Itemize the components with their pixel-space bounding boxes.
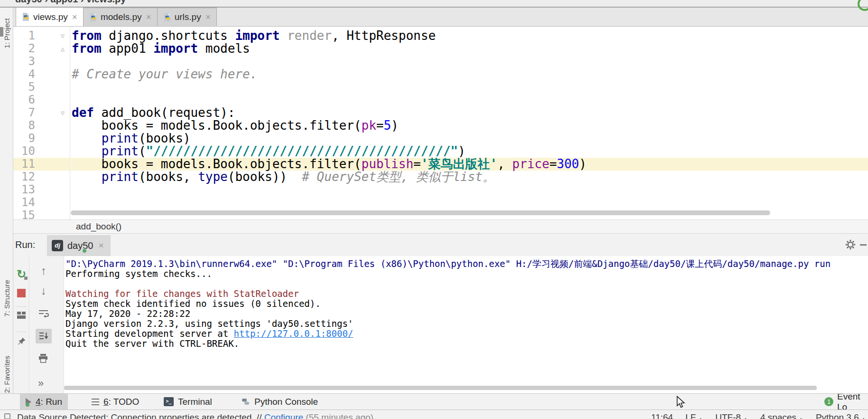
down-stack-icon[interactable]: ↓ [36,285,52,296]
status-message[interactable]: Data Source Detected: Connection propert… [17,412,373,419]
editor-hscrollbar[interactable] [71,210,770,215]
line-number: 8 [13,119,35,132]
restore-layout-icon[interactable] [17,312,26,319]
rerun-icon[interactable]: ↻ [16,268,27,280]
sidebar-item-favorites[interactable]: 2: Favorites [3,356,11,393]
console-hscrollbar[interactable] [64,386,817,390]
sidebar-item-project[interactable]: 1: Project [3,18,11,48]
line-number: 10 [13,145,35,158]
code-line[interactable]: books = models.Book.objects.filter(pk=5) [71,119,868,132]
editor-tab-bar: views.py × models.py × urls.py × [13,8,868,27]
mouse-cursor [676,396,686,410]
close-icon[interactable]: × [146,12,151,22]
pin-icon[interactable] [17,337,26,346]
toolwindow-terminal-button[interactable]: >_ Terminal [158,394,218,409]
editor-breadcrumb-bar: add_book() [13,219,868,234]
python-file-icon [22,13,30,21]
toolwindow-label: 4: Run [36,397,62,407]
fold-icon[interactable]: ▿ [61,106,65,119]
gutter-line: 12 [13,171,70,183]
code-line[interactable]: from app01 import models [71,42,868,55]
console-line: May 17, 2020 - 22:28:22 [65,309,868,319]
console-line: Starting development server at http://12… [65,329,868,339]
code-line[interactable] [71,81,868,94]
code-line[interactable]: def add_book(request): [71,106,868,119]
stop-icon[interactable] [17,289,26,297]
tab-views-py[interactable]: views.py × [16,7,84,26]
run-toolbar-console: ↑ ↓ » [29,256,64,393]
gutter-line: 10 [13,145,70,158]
tab-models-py[interactable]: models.py × [83,8,158,26]
more-icon[interactable]: » [38,377,44,390]
editor-gutter: 1▿2▵34567▿89101112131415 [13,27,70,219]
gutter-line: 5 [13,81,70,94]
breadcrumb-text[interactable]: day50 › app01 › views.py [15,0,126,5]
code-line[interactable]: print(books, type(books)) # QuerySet类型, … [71,171,868,183]
sidebar-item-structure[interactable]: 7: Structure [3,280,11,317]
console-line: Performing system checks... [65,269,868,279]
tab-label: views.py [33,12,68,22]
left-toolwindow-stripe: 1: Project 7: Structure 2: Favorites [0,8,13,393]
breadcrumb: day50 › app01 › views.py [0,0,868,8]
indent-widget[interactable]: 4 spaces▲ [760,412,803,419]
run-icon [26,398,31,406]
line-number: 5 [13,81,35,94]
line-number: 3 [13,55,35,68]
caret-up-icon: ▲ [861,416,866,419]
run-tab-day50[interactable]: dj day50 × [47,235,111,256]
code-line[interactable] [71,55,868,68]
scroll-to-end-icon[interactable] [39,332,48,340]
close-icon[interactable]: × [99,240,104,251]
console-link[interactable]: http://127.0.0.1:8000/ [234,328,354,339]
code-line[interactable]: books = models.Book.objects.filter(publi… [71,158,868,171]
code-line[interactable]: print("/////////////////////////////////… [71,145,868,158]
gear-icon[interactable] [845,239,856,252]
code-editor[interactable]: 1▿2▵34567▿89101112131415 from django.sho… [13,27,868,219]
editor-code[interactable]: from django.shortcuts import render, Htt… [71,27,868,219]
data-source-icon[interactable] [4,413,10,419]
python-file-icon [89,13,97,21]
fold-icon[interactable]: ▵ [61,42,65,55]
line-number: 14 [13,196,35,209]
close-icon[interactable]: × [72,12,77,22]
line-ending-widget[interactable]: LF▲ [685,412,703,419]
run-tab-label: day50 [67,240,93,251]
interpreter-widget[interactable]: Python 3.6▲ [816,412,866,419]
encoding-widget[interactable]: UTF-8▲ [715,412,748,419]
gutter-line: 2▵ [13,42,70,55]
breadcrumb-function[interactable]: add_book() [76,220,121,233]
event-count-badge: 1 [824,397,833,406]
configure-link[interactable]: Configure [264,412,303,419]
up-stack-icon[interactable]: ↑ [36,265,52,276]
terminal-icon: >_ [164,397,174,406]
toolwindow-python-console-button[interactable]: Python Console [235,394,324,409]
gutter-line: 4 [13,68,70,81]
gutter-line: 1▿ [13,29,70,42]
line-number: 4 [13,68,35,81]
status-bar: Data Source Detected: Connection propert… [0,409,868,419]
code-line[interactable] [71,183,868,196]
event-log-button[interactable]: 1 Event Lo [824,394,868,409]
console-output[interactable]: "D:\PyCharm 2019.1.3\bin\runnerw64.exe" … [64,256,868,393]
python-file-icon [163,13,171,21]
console-line: Quit the server with CTRL-BREAK. [65,339,868,349]
gutter-line: 13 [13,183,70,196]
fold-icon[interactable]: ▿ [61,29,65,42]
print-icon[interactable] [38,354,48,363]
toolwindow-todo-button[interactable]: 6: TODO [86,394,145,409]
line-number: 9 [13,132,35,145]
soft-wrap-icon[interactable] [38,309,49,318]
toolwindow-run-button[interactable]: 4: Run [20,394,68,409]
bottom-toolwindow-bar: 4: Run 6: TODO >_ Terminal Python Consol… [0,393,868,409]
code-line[interactable] [71,196,868,209]
code-line[interactable]: from django.shortcuts import render, Htt… [71,29,868,42]
hide-panel-icon[interactable] [860,244,867,246]
tab-urls-py[interactable]: urls.py × [157,8,217,26]
code-line[interactable]: # Create your views here. [71,68,868,81]
toolwindow-label: Python Console [254,397,318,407]
line-number: 7 [13,106,35,119]
code-line[interactable]: print(books) [71,132,868,145]
close-icon[interactable]: × [205,12,211,22]
caret-position[interactable]: 11:64 [651,412,673,419]
code-line[interactable] [71,94,868,106]
